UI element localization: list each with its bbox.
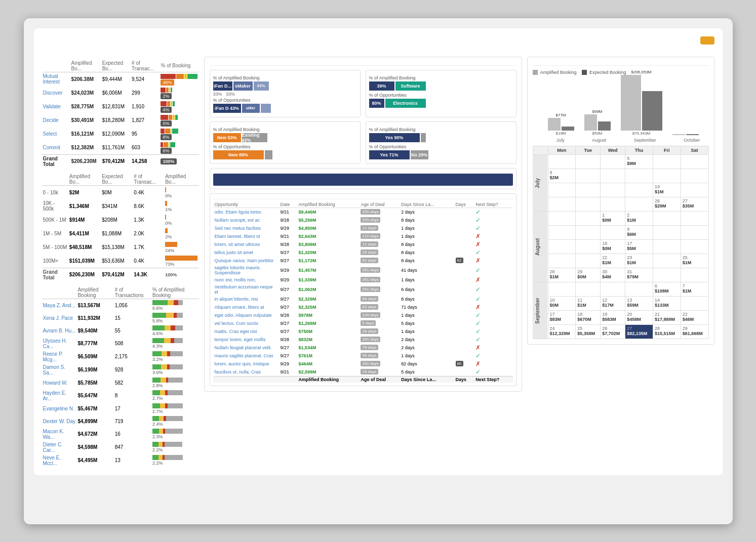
left-panel: Amplified Bo... Expected Bo... # of Tran… — [42, 57, 199, 467]
opp-table: Opportunity Date Amplified Booking Age o… — [213, 201, 513, 383]
chart-month-labels: July August September October — [548, 138, 709, 143]
calendar-cell: 10$0M — [548, 297, 576, 311]
calendar-cell: 9$2M — [548, 169, 576, 183]
calendar-cell — [601, 169, 625, 183]
opp-name[interactable]: tellus justo sit amet — [213, 248, 279, 257]
product-category-box: % of Amplified Booking 39% Software % of… — [366, 70, 516, 117]
calendar-cell: 24$12,329M — [548, 325, 576, 339]
timeline-chart: $77M $19M $99M — [533, 77, 709, 143]
calendar-cell — [625, 282, 653, 297]
calendar-cell — [576, 226, 601, 240]
stage-name: Grand Total — [42, 154, 70, 168]
opp-name[interactable]: faucibus ut, nulla. Cras — [213, 368, 279, 377]
calendar-cell — [681, 240, 708, 254]
opp-name[interactable]: Quisque varius. Nam porttitor — [213, 257, 279, 265]
calendar-cell: 22$1M — [601, 254, 625, 268]
stage-name: Mutual Interest — [42, 72, 70, 86]
chart-group-august: $99M $50M — [584, 109, 611, 136]
calendar-cell: 17$83M — [548, 311, 576, 325]
calendar-grid: Mon Tue Wed Thu Fri Sat July5$9M9$2M19$1… — [533, 146, 709, 339]
calendar-cell: 17$5M — [625, 240, 653, 254]
calendar-cell — [576, 169, 601, 183]
calendar-cell — [625, 183, 653, 197]
calendar-cell — [653, 226, 681, 240]
chart-group-july: $77M $19M — [548, 113, 574, 136]
opp-name[interactable]: odio. Etiam ligula tortor, — [213, 207, 279, 216]
calendar-cell — [681, 183, 708, 197]
calendar-cell — [548, 183, 576, 197]
calendar-cell: 14$133M — [653, 297, 681, 311]
top-header — [42, 36, 714, 45]
calendar-cell — [601, 197, 625, 212]
calendar-cell: 9$6M — [625, 226, 653, 240]
calendar-cell — [601, 155, 625, 169]
calendar-cell — [548, 212, 576, 226]
calendar-cell — [653, 254, 681, 268]
calendar-cell — [576, 282, 601, 297]
calendar-cell: 7$1M — [681, 282, 708, 297]
calendar-cell — [548, 282, 576, 297]
calendar-cell: 13$59M — [625, 297, 653, 311]
calendar-cell — [576, 240, 601, 254]
stage-name: Decide — [42, 113, 70, 127]
calendar-cell: 11$1M — [576, 297, 601, 311]
new-existing-box: % of Amplified Booking New 53% Existing … — [210, 121, 361, 164]
calendar-cell — [625, 197, 653, 212]
calendar-cell: 5$9M — [625, 155, 653, 169]
kpis-row-1: % of Amplified Booking iFan D... sMaker … — [210, 70, 516, 117]
opp-name[interactable]: Nullam feugiat placerat velit. — [213, 344, 279, 352]
calendar-cell — [576, 197, 601, 212]
opp-name[interactable]: vel lectus. Cum sociis — [213, 319, 279, 327]
calendar-cell — [681, 169, 708, 183]
cta-button[interactable] — [700, 36, 714, 45]
calendar-cell — [681, 212, 708, 226]
calendar-cell: 22$46M — [681, 311, 708, 325]
main-content: Amplified Bo... Expected Bo... # of Tran… — [42, 57, 714, 467]
kpis-row-2: % of Amplified Booking New 53% Existing … — [210, 121, 516, 164]
calendar-cell: 6$108M — [653, 282, 681, 297]
opp-name[interactable]: Nullam suscipit, est ac — [213, 216, 279, 224]
calendar-cell: 28$15,515M — [653, 325, 681, 339]
calendar-cell: 29$61,668M — [681, 325, 708, 339]
opp-name[interactable]: nunc est, mollis non, — [213, 276, 279, 284]
opp-name[interactable]: sagittis lobortis mauris. Suspendisse — [213, 265, 279, 276]
calendar-cell: 19$583M — [601, 311, 625, 325]
calendar-cell: 21$17,989M — [653, 311, 681, 325]
calendar-cell: 30$4M — [601, 268, 625, 282]
calendar-cell — [576, 183, 601, 197]
opp-name[interactable]: lorem, sit amet ultrices — [213, 240, 279, 248]
stage-name: Validate — [42, 100, 70, 113]
calendar-cell: 29$0M — [576, 268, 601, 282]
calendar-cell — [653, 212, 681, 226]
calendar-cell: 31$79M — [625, 268, 653, 282]
calendar-cell: 2$1M — [625, 212, 653, 226]
calendar-cell — [601, 226, 625, 240]
opp-name[interactable]: mauris sagittis placerat. Cras — [213, 352, 279, 360]
chart-group-september: $206,053M $70,343M — [621, 70, 662, 136]
calendar-cell: 25$5,358M — [576, 325, 601, 339]
calendar-cell: 12$17M — [601, 297, 625, 311]
calendar-cell — [548, 240, 576, 254]
opp-name[interactable]: Aliquam ornare, libero at — [213, 303, 279, 311]
calendar-cell: 25$1M — [681, 254, 708, 268]
opp-name[interactable]: Vestibulum accumsan neque et — [213, 284, 279, 295]
calendar-cell — [576, 155, 601, 169]
calendar-cell — [548, 226, 576, 240]
opp-name[interactable]: eget odio. Aliquam vulputate — [213, 311, 279, 319]
calendar-cell — [548, 155, 576, 169]
opp-name[interactable]: Sed nec metus facilisis — [213, 224, 279, 232]
kpis-title — [210, 62, 516, 66]
calendar-cell: 16$0M — [601, 240, 625, 254]
calendar-cell: 27$82,135M — [625, 325, 653, 339]
calendar-cell — [625, 169, 653, 183]
calendar-month-label: September — [533, 282, 548, 339]
opp-name[interactable]: lorem, auctor quis, tristique — [213, 360, 279, 368]
opp-name[interactable]: tempor lorem, eget mollis — [213, 336, 279, 344]
opp-name[interactable]: mattis. Cras eget nisi — [213, 327, 279, 336]
calendar-cell — [681, 226, 708, 240]
opp-name[interactable]: Etiam laoreet, libero ot — [213, 232, 279, 240]
opp-name[interactable]: in aliquet lobortis, nisi — [213, 295, 279, 303]
stage-name: Select — [42, 127, 70, 141]
calendar-month-label: July — [533, 155, 548, 212]
calendar-cell — [681, 268, 708, 282]
